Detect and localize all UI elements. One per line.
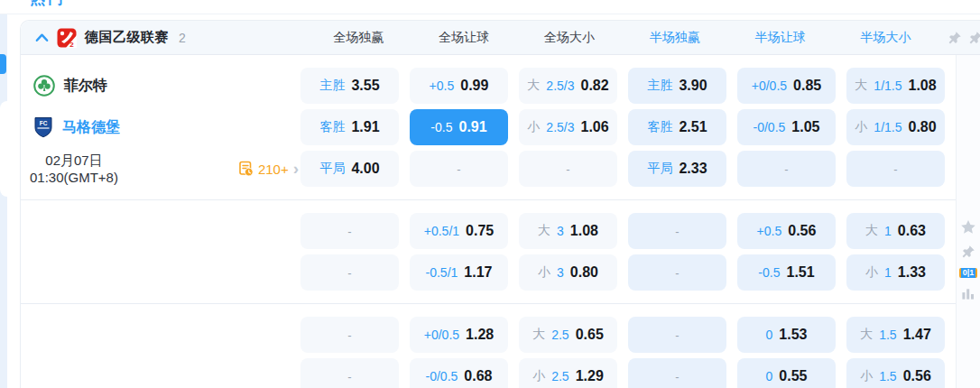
stats-icon[interactable] [961,287,975,300]
odds-value: 0.56 [788,223,816,239]
column-header-ft-handicap[interactable]: 全场让球 [417,30,512,46]
odds-line-label: +0/0.5 [424,328,459,342]
panel-edge [0,101,7,197]
odds-cell[interactable]: 客胜1.91 [300,109,399,145]
odds-line-prefix: 大 [527,78,540,94]
odds-line-label: 2.5 [551,328,569,342]
odds-cell[interactable]: 大2.50.65 [519,317,617,353]
league-match-count: 2 [179,31,186,45]
odds-row: 平局4.00--平局2.33-- [300,151,945,187]
odds-cell[interactable]: 主胜3.55 [300,68,399,104]
odds-row: -+0.5/10.75大31.08-+0.50.56大10.63 [300,213,945,249]
odds-cell-empty: - [846,151,945,187]
column-header-ht-handicap[interactable]: 半场让球 [733,30,827,46]
odds-cell[interactable]: 大10.63 [846,213,945,249]
odds-cell[interactable]: 客胜2.51 [628,109,726,145]
odds-cell[interactable]: 大1.51.47 [846,317,945,353]
odds-line-prefix: 小 [855,119,867,135]
pin-icon[interactable] [961,245,975,259]
odds-cell[interactable]: -0.51.51 [737,254,836,291]
column-header-ft-1x2[interactable]: 全场独赢 [311,30,406,46]
odds-body: 菲尔特 FC 马格德堡 [21,55,980,388]
odds-line-label: 2.5/3 [546,120,574,134]
odds-cell[interactable]: 小2.51.29 [519,358,617,388]
odds-value: 0.99 [460,78,488,94]
home-team-row[interactable]: 菲尔特 [21,68,300,104]
empty-odds-dash: - [347,328,351,342]
odds-line-label: -0.5 [430,120,452,134]
odds-cell[interactable]: 小30.80 [519,254,617,291]
odds-cell[interactable]: 小1/1.50.80 [846,109,945,145]
odds-cell[interactable]: 平局2.33 [628,151,726,187]
odds-value: 0.80 [909,119,937,135]
odds-cell-empty: - [519,151,617,187]
odds-cell[interactable]: 大1/1.51.08 [846,68,945,104]
odds-line-label: -0/0.5 [753,120,786,134]
odds-value: 1.29 [576,368,604,384]
odds-cell[interactable]: 大31.08 [519,213,617,249]
odds-cell-empty: - [628,317,726,353]
odds-cell[interactable]: 01.53 [737,317,836,353]
league-logo-icon: 2 [57,28,77,48]
odds-line-label: 1.5 [879,369,896,383]
odds-value: 1.05 [791,119,819,135]
pin-icon[interactable] [968,31,980,45]
odds-cell[interactable]: 大2.5/30.82 [519,68,617,104]
odds-cell[interactable]: 小1.50.56 [846,358,945,388]
odds-cell[interactable]: -0/0.51.05 [737,109,836,145]
star-icon[interactable] [960,219,976,236]
odds-value: 0.56 [903,368,931,384]
column-header-ht-1x2[interactable]: 半场独赢 [628,30,723,46]
odds-cell[interactable]: -0.5/11.17 [410,254,508,291]
empty-odds-dash: - [457,162,460,176]
away-team-row[interactable]: FC 马格德堡 [21,109,300,145]
odds-row: -+0/0.51.28大2.50.65-01.53大1.51.47 [300,317,945,353]
empty-odds-dash: - [347,370,351,383]
odds-value: 0.91 [458,119,486,135]
away-team-name: 马格德堡 [62,118,120,137]
odds-line-label: 3 [557,224,564,238]
left-panel-sliver [0,14,7,388]
odds-cell[interactable]: +0.5/10.75 [410,213,508,249]
odds-cell[interactable]: -0/0.50.68 [410,358,508,388]
more-markets-link[interactable]: 210+ › [237,161,299,177]
league-title[interactable]: 德国乙级联赛 [85,29,169,46]
odds-cell[interactable]: 00.55 [737,358,836,388]
match-info-column: 菲尔特 FC 马格德堡 [21,62,300,192]
pin-icon[interactable] [948,31,962,45]
score-badge[interactable]: 0|1 [959,268,978,278]
collapse-chevron-up-icon[interactable] [35,32,49,42]
empty-odds-dash: - [675,266,679,280]
column-header-ft-overunder[interactable]: 全场大小 [522,30,617,46]
odds-value: 3.55 [351,78,379,94]
odds-row: --0.5/11.17小30.80--0.51.51小11.33 [300,254,945,291]
odds-line-label: 主胜 [647,78,672,94]
odds-line-prefix: 大 [532,327,545,343]
odds-line-label: +0/0.5 [752,79,787,93]
empty-odds-dash: - [347,266,351,280]
odds-value: 1.51 [786,264,814,281]
odds-cell-selected[interactable]: -0.50.91 [410,109,508,145]
odds-cell[interactable]: 小11.33 [846,254,945,291]
partial-tab-label[interactable]: 热门 [30,0,93,8]
odds-cell[interactable]: 主胜3.90 [628,68,726,104]
odds-value: 2.51 [679,119,707,135]
odds-line-label: 主胜 [319,78,345,94]
odds-line-label: 1.5 [879,328,896,342]
column-header-ht-overunder[interactable]: 半场大小 [838,30,933,46]
odds-cell[interactable]: +0/0.51.28 [410,317,508,353]
odds-value: 0.65 [576,327,604,343]
league-header-bar: 2 德国乙级联赛 2 全场独赢 全场让球 全场大小 半场独赢 半场让球 半场大小 [21,21,980,55]
odds-cell[interactable]: 小2.5/31.06 [519,109,617,145]
odds-cell[interactable]: +0.50.56 [737,213,836,249]
svg-text:FC: FC [40,120,48,126]
odds-line-label: 1 [884,265,892,280]
odds-value: 1.53 [779,327,807,343]
odds-cell-empty: - [300,317,399,353]
odds-value: 3.90 [679,78,707,94]
odds-cell[interactable]: +0/0.50.85 [737,68,836,104]
odds-line-label: 1/1.5 [874,79,901,93]
odds-cell[interactable]: 平局4.00 [300,151,399,187]
odds-cell[interactable]: +0.50.99 [410,68,508,104]
extra-lines-rows-2: -+0/0.51.28大2.50.65-01.53大1.51.47--0/0.5… [21,317,956,388]
